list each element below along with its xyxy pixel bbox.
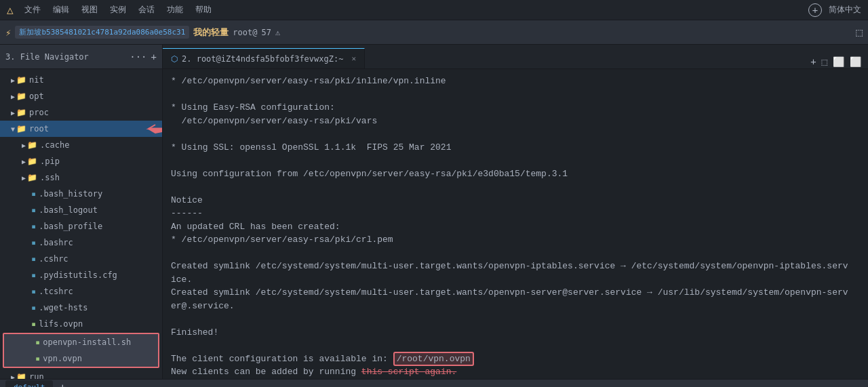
add-terminal-icon[interactable]: + bbox=[809, 55, 817, 68]
item-label: .bash_profile bbox=[39, 222, 102, 231]
item-label: .ssh bbox=[40, 173, 60, 182]
file-icon: ▪ bbox=[31, 254, 36, 264]
menu-edit[interactable]: 编辑 bbox=[47, 3, 75, 17]
list-item[interactable]: ▪ .tcshrc bbox=[0, 283, 162, 300]
menu-session[interactable]: 会话 bbox=[133, 3, 160, 17]
item-label: .bash_logout bbox=[39, 205, 98, 215]
terminal-tab-actions: + ⬚ ⬜ ⬜ bbox=[804, 55, 868, 68]
folder-icon: 📁 bbox=[16, 108, 26, 117]
expand-arrow-icon: ▶ bbox=[22, 174, 26, 182]
list-item[interactable]: ▶ 📁 proc bbox=[0, 104, 162, 121]
list-item[interactable]: ▪ openvpn-install.sh bbox=[4, 334, 158, 350]
file-icon: ▪ bbox=[31, 205, 36, 215]
status-tab-label: default bbox=[14, 383, 45, 387]
file-icon: ▪ bbox=[31, 270, 36, 280]
expand-arrow-icon: ▶ bbox=[11, 93, 15, 100]
status-bar: default + 文件树 新加坡 172.17.59.167:22 Direc… bbox=[0, 379, 868, 387]
sidebar-content: ▶ 📁 nit ▶ 📁 opt ▶ 📁 proc ▼ 📁 r bbox=[0, 69, 162, 379]
terminal-line: er@.service. bbox=[171, 300, 860, 313]
item-label: .cshrc bbox=[39, 254, 68, 264]
list-item[interactable]: ▪ lifs.ovpn bbox=[0, 316, 162, 332]
server-port: 57 bbox=[261, 28, 271, 37]
close-tab-icon[interactable]: ✕ bbox=[351, 54, 356, 63]
list-item[interactable]: ▪ .bash_logout bbox=[0, 202, 162, 218]
terminal-line bbox=[171, 312, 860, 326]
list-item[interactable]: ▪ .bash_history bbox=[0, 186, 162, 202]
item-label: run bbox=[29, 372, 44, 379]
terminal-line: * /etc/openvpn/server/easy-rsa/pki/inlin… bbox=[171, 75, 860, 88]
list-item[interactable]: ▪ .bash_profile bbox=[0, 218, 162, 235]
terminal-area: ⬡ 2. root@iZt4ndsfa5bfobf3fevwxgZ:~ ✕ + … bbox=[163, 45, 868, 379]
list-item[interactable]: ▶ 📁 .cache bbox=[0, 137, 162, 153]
item-label: opt bbox=[29, 91, 44, 101]
terminal-line bbox=[171, 88, 860, 102]
app-icon: △ bbox=[7, 3, 14, 16]
item-label: .wget-hsts bbox=[39, 303, 87, 312]
sidebar-add-button[interactable]: + bbox=[151, 52, 157, 62]
terminal-line: Finished! bbox=[171, 326, 860, 340]
file-icon: ▪ bbox=[31, 303, 36, 312]
highlight-annotation: /root/vpn.ovpn bbox=[393, 352, 474, 366]
sidebar-header-actions: ··· + bbox=[130, 52, 157, 62]
split-vertical-icon[interactable]: ⬚ bbox=[821, 55, 829, 68]
menu-function[interactable]: 功能 bbox=[161, 3, 189, 17]
file-icon: ▪ bbox=[31, 222, 36, 231]
maximize-terminal-icon[interactable]: ⬜ bbox=[848, 55, 863, 68]
list-item[interactable]: ▶ 📁 opt bbox=[0, 88, 162, 104]
status-tab-default[interactable]: default bbox=[5, 380, 53, 387]
title-bar: △ 文件 编辑 视图 实例 会话 功能 帮助 + 简体中文 bbox=[0, 0, 868, 20]
expand-arrow-icon: ▼ bbox=[11, 125, 15, 133]
script-file-icon: ▪ bbox=[35, 338, 40, 347]
item-label: .bash_history bbox=[39, 189, 102, 199]
folder-icon: 📁 bbox=[16, 372, 26, 379]
item-label: proc bbox=[29, 108, 49, 117]
item-label: openvpn-install.sh bbox=[43, 338, 131, 347]
list-item[interactable]: ▪ .bashrc bbox=[0, 235, 162, 251]
server-user: root@ bbox=[233, 28, 257, 37]
add-connection-button[interactable]: + bbox=[808, 3, 822, 17]
list-item[interactable]: ▶ 📁 run bbox=[0, 369, 162, 379]
layout-icon[interactable]: ⬚ bbox=[856, 26, 863, 39]
list-item[interactable]: ▪ .pydistutils.cfg bbox=[0, 267, 162, 283]
terminal-line: Notice bbox=[171, 194, 860, 207]
terminal-tab-label: 2. root@iZt4ndsfa5bfobf3fevwxgZ:~ bbox=[182, 54, 343, 64]
add-tab-button[interactable]: + bbox=[56, 380, 69, 387]
menu-bar: 文件 编辑 视图 实例 会话 功能 帮助 bbox=[19, 3, 808, 17]
server-bar-right: ⬚ bbox=[856, 26, 863, 39]
terminal-line: * /etc/openvpn/server/easy-rsa/pki/crl.p… bbox=[171, 233, 860, 247]
menu-help[interactable]: 帮助 bbox=[190, 3, 217, 17]
sidebar-more-button[interactable]: ··· bbox=[130, 52, 146, 62]
list-item[interactable]: ▼ 📁 root bbox=[0, 121, 162, 137]
expand-arrow-icon: ▶ bbox=[11, 77, 15, 84]
terminal-line bbox=[171, 154, 860, 167]
terminal-line bbox=[171, 247, 860, 260]
menu-instance[interactable]: 实例 bbox=[104, 3, 132, 17]
list-item[interactable]: ▶ 📁 nit bbox=[0, 72, 162, 88]
expand-arrow-icon: ▶ bbox=[22, 158, 26, 165]
terminal-prompt-line: [root@iZt4ndsfa5bfobf3fevwxgZ ~]# bbox=[171, 379, 860, 380]
item-label: .cache bbox=[40, 140, 69, 150]
file-navigator: 3. File Navigator ··· + ▶ 📁 nit ▶ 📁 opt … bbox=[0, 45, 163, 379]
language-selector[interactable]: 简体中文 bbox=[829, 4, 861, 16]
folder-icon: 📁 bbox=[16, 91, 26, 101]
folder-icon: 📁 bbox=[27, 173, 37, 182]
sidebar-title: 3. File Navigator bbox=[5, 52, 130, 62]
terminal-tabs: ⬡ 2. root@iZt4ndsfa5bfobf3fevwxgZ:~ ✕ + … bbox=[163, 45, 868, 69]
menu-view[interactable]: 视图 bbox=[76, 3, 103, 17]
list-item[interactable]: ▶ 📁 .ssh bbox=[0, 169, 162, 186]
file-icon: ▪ bbox=[31, 319, 36, 329]
menu-file[interactable]: 文件 bbox=[19, 3, 46, 17]
terminal-line bbox=[171, 339, 860, 352]
list-item[interactable]: ▶ 📁 .pip bbox=[0, 153, 162, 169]
list-item[interactable]: ▪ vpn.ovpn bbox=[4, 350, 158, 367]
list-item[interactable]: ▪ .wget-hsts bbox=[0, 300, 162, 316]
item-label: .bashrc bbox=[39, 238, 73, 247]
item-label: .pip bbox=[40, 157, 60, 166]
terminal-line: * Using SSL: openssl OpenSSL 1.1.1k FIPS… bbox=[171, 141, 860, 155]
terminal-tab[interactable]: ⬡ 2. root@iZt4ndsfa5bfobf3fevwxgZ:~ ✕ bbox=[163, 48, 365, 68]
terminal-content[interactable]: * /etc/openvpn/server/easy-rsa/pki/inlin… bbox=[163, 69, 868, 379]
expand-arrow-icon: ▶ bbox=[22, 142, 26, 149]
file-icon: ▪ bbox=[31, 189, 36, 199]
list-item[interactable]: ▪ .cshrc bbox=[0, 251, 162, 267]
split-horizontal-icon[interactable]: ⬜ bbox=[831, 55, 846, 68]
